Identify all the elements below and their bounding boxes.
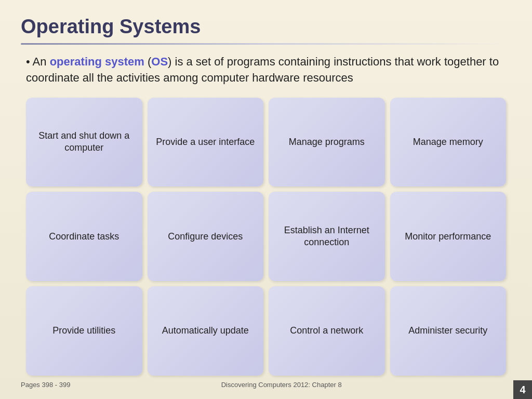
grid-item-4: Coordinate tasks <box>26 192 142 281</box>
grid-item-9: Automatically update <box>148 286 264 376</box>
description-term1: operating system <box>50 55 144 68</box>
grid-item-11: Administer security <box>390 286 507 376</box>
divider <box>21 43 511 45</box>
grid-item-8: Provide utilities <box>26 286 142 376</box>
description-middle1: ( <box>144 55 151 68</box>
grid-item-5: Configure devices <box>148 192 264 281</box>
footer-center: Discovering Computers 2012: Chapter 8 <box>221 381 342 389</box>
grid-item-3: Manage memory <box>390 98 507 187</box>
description: An operating system (OS) is a set of pro… <box>21 54 511 86</box>
footer: Pages 398 - 399 Discovering Computers 20… <box>21 381 511 389</box>
functions-grid: Start and shut down a computer Provide a… <box>21 98 511 376</box>
description-prefix: An <box>33 55 50 68</box>
grid-item-10: Control a network <box>269 286 385 376</box>
grid-item-0: Start and shut down a computer <box>26 98 142 187</box>
grid-item-6: Establish an Internet connection <box>269 192 385 281</box>
slide-title: Operating Systems <box>21 16 511 38</box>
slide: Operating Systems An operating system (O… <box>0 0 532 399</box>
page-number: 4 <box>513 380 532 399</box>
grid-item-1: Provide a user interface <box>148 98 264 187</box>
grid-item-7: Monitor performance <box>390 192 507 281</box>
grid-item-2: Manage programs <box>269 98 385 187</box>
footer-pages: Pages 398 - 399 <box>21 381 70 389</box>
description-term2: OS <box>151 55 168 68</box>
